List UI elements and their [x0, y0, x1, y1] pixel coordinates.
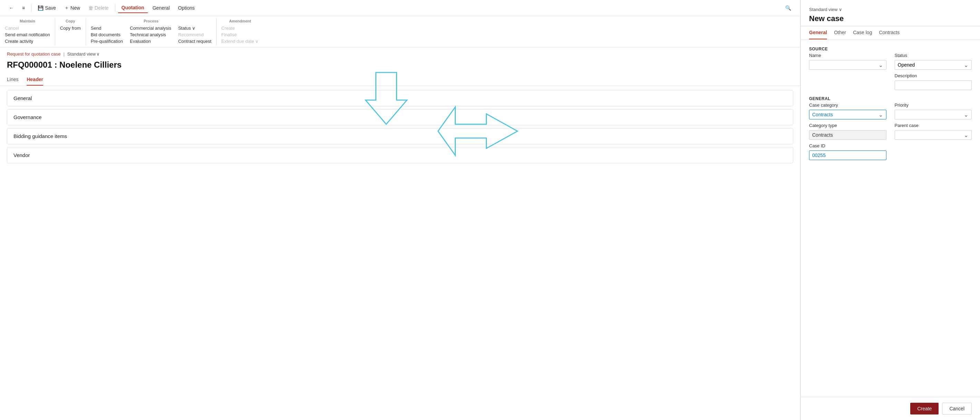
ribbon-group-process: Process Send Bid documents Pre-qualifica… [86, 17, 216, 46]
status-select[interactable]: Opened Closed In Progress [895, 60, 972, 70]
menu-button[interactable]: ≡ [19, 3, 28, 13]
chevron-down-icon: ∨ [839, 7, 842, 12]
ribbon-pre-qual[interactable]: Pre-qualification [90, 38, 124, 44]
parent-case-label: Parent case [895, 123, 972, 128]
name-input-wrapper [809, 60, 886, 70]
section-bidding[interactable]: Bidding guidance items [7, 128, 793, 144]
category-type-col: Category type [809, 123, 886, 140]
case-category-select[interactable]: Contracts [809, 110, 886, 119]
process-col-1: Send Bid documents Pre-qualification [90, 25, 124, 44]
panel-tab-general[interactable]: General [809, 26, 827, 40]
priority-select[interactable]: Low Medium High [895, 110, 972, 119]
panel-tab-case-log[interactable]: Case log [853, 26, 872, 40]
menu-icon: ≡ [22, 5, 25, 11]
process-col-3: Status ∨ Recommend Contract request [178, 25, 212, 44]
ribbon-send[interactable]: Send [90, 25, 124, 31]
name-col: Name [809, 53, 886, 70]
breadcrumb-separator: | [63, 51, 64, 57]
breadcrumb: Request for quotation case | Standard vi… [0, 47, 800, 58]
description-row: Description [809, 73, 972, 90]
ribbon-create-activity[interactable]: Create activity [4, 38, 51, 44]
status-col: Status Opened Closed In Progress [895, 53, 972, 70]
tab-lines[interactable]: Lines [7, 74, 18, 86]
cancel-button[interactable]: Cancel [942, 403, 972, 414]
delete-button[interactable]: 🗑 Delete [85, 3, 112, 13]
ribbon-status[interactable]: Status ∨ [178, 25, 212, 31]
section-general[interactable]: General [7, 90, 793, 106]
process-label: Process [90, 19, 212, 23]
status-label: Status [895, 53, 972, 58]
priority-col: Priority Low Medium High [895, 103, 972, 119]
source-row: Name Status Opened Closed In Progress [809, 53, 972, 70]
maintain-label: Maintain [4, 19, 51, 23]
ribbon: Maintain Cancel Send email notification … [0, 16, 800, 47]
process-items: Send Bid documents Pre-qualification Com… [90, 25, 212, 44]
category-type-input [809, 130, 886, 140]
ribbon-finalise[interactable]: Finalise [221, 32, 259, 38]
general-heading: GENERAL [809, 96, 972, 101]
description-input[interactable] [895, 81, 972, 90]
ribbon-extend-due[interactable]: Extend due date ∨ [221, 38, 259, 44]
general-row-2: Category type Parent case [809, 123, 972, 140]
source-heading: SOURCE [809, 47, 972, 51]
panel-footer: Create Cancel [801, 397, 980, 420]
parent-case-select[interactable] [895, 130, 972, 140]
ribbon-amendment-create[interactable]: Create [221, 25, 259, 31]
amendment-items: Create Finalise Extend due date ∨ [221, 25, 259, 44]
toolbar: ← ≡ 💾 Save ＋ New 🗑 Delete Quotation Gene… [0, 0, 800, 16]
description-col: Description [895, 73, 972, 90]
panel-view-selector[interactable]: Standard view ∨ [809, 7, 972, 12]
ribbon-copy-from[interactable]: Copy from [59, 25, 81, 31]
general-section: GENERAL Case category Contracts Priority [809, 96, 972, 160]
section-governance[interactable]: Governance [7, 109, 793, 125]
priority-label: Priority [895, 103, 972, 108]
ribbon-evaluation[interactable]: Evaluation [129, 38, 172, 44]
case-id-col: Case ID [809, 143, 886, 160]
divider-1 [31, 4, 32, 12]
new-button[interactable]: ＋ New [61, 3, 84, 13]
general-tab-button[interactable]: General [149, 3, 173, 13]
quotation-tab-button[interactable]: Quotation [118, 3, 148, 13]
panel-tab-contracts[interactable]: Contracts [879, 26, 900, 40]
name-input[interactable] [809, 60, 886, 70]
back-button[interactable]: ← [6, 3, 17, 13]
left-panel: ← ≡ 💾 Save ＋ New 🗑 Delete Quotation Gene… [0, 0, 800, 420]
parent-case-wrapper [895, 130, 972, 140]
sections: General Governance Bidding guidance item… [0, 86, 800, 167]
breadcrumb-view[interactable]: Standard view ∨ [67, 51, 100, 57]
case-category-label: Case category [809, 103, 886, 108]
ribbon-group-amendment: Amendment Create Finalise Extend due dat… [216, 17, 264, 46]
search-button[interactable]: 🔍 [782, 3, 795, 13]
maintain-items: Cancel Send email notification Create ac… [4, 25, 51, 44]
name-label: Name [809, 53, 886, 58]
status-select-wrapper: Opened Closed In Progress [895, 60, 972, 70]
ribbon-technical[interactable]: Technical analysis [129, 32, 172, 38]
panel-header: Standard view ∨ New case [801, 0, 980, 26]
ribbon-commercial[interactable]: Commercial analysis [129, 25, 172, 31]
tab-header[interactable]: Header [27, 74, 43, 86]
case-id-label: Case ID [809, 143, 886, 148]
amendment-label: Amendment [221, 19, 259, 23]
ribbon-bid-docs[interactable]: Bid documents [90, 32, 124, 38]
create-button[interactable]: Create [910, 403, 939, 414]
process-col-2: Commercial analysis Technical analysis E… [129, 25, 172, 44]
panel-tab-other[interactable]: Other [834, 26, 846, 40]
panel-title: New case [809, 14, 972, 23]
ribbon-send-email[interactable]: Send email notification [4, 32, 51, 38]
ribbon-contract-request[interactable]: Contract request [178, 38, 212, 44]
source-section: SOURCE Name Status Opened Closed In Prog… [809, 47, 972, 90]
ribbon-group-copy: Copy Copy from [55, 17, 86, 46]
options-tab-button[interactable]: Options [175, 3, 198, 13]
parent-case-col: Parent case [895, 123, 972, 140]
priority-wrapper: Low Medium High [895, 110, 972, 119]
breadcrumb-link[interactable]: Request for quotation case [7, 51, 60, 57]
record-tabs: Lines Header [0, 74, 800, 86]
back-icon: ← [9, 5, 14, 11]
ribbon-cancel[interactable]: Cancel [4, 25, 51, 31]
case-id-input[interactable] [809, 151, 886, 160]
case-category-wrapper: Contracts [809, 110, 886, 119]
ribbon-recommend[interactable]: Recommend [178, 32, 212, 38]
delete-icon: 🗑 [88, 5, 93, 11]
section-vendor[interactable]: Vendor [7, 147, 793, 163]
save-button[interactable]: 💾 Save [34, 3, 59, 13]
